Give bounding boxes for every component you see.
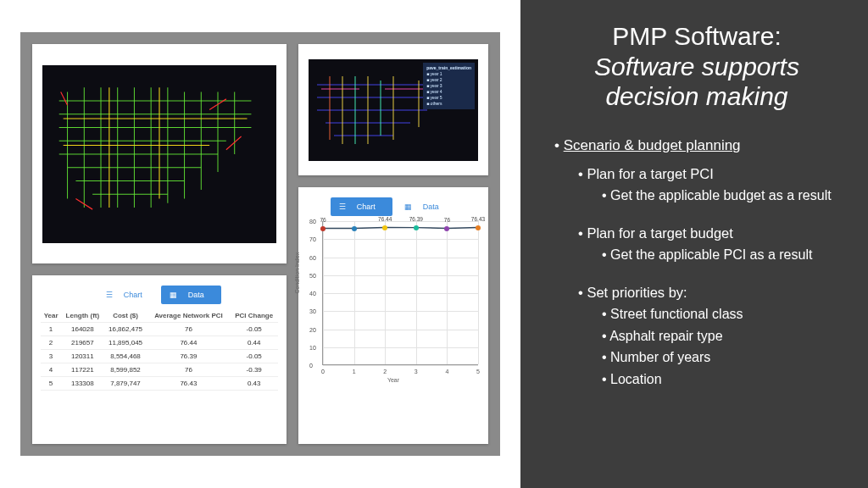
data-table-card: ☰ Chart ▦ Data YearLength (ft)Cost ($)Av…: [32, 275, 287, 444]
toggle-chart-button[interactable]: ☰ Chart: [97, 286, 159, 304]
left-collage-column: pave_train_estimation year 1 year 2 year…: [0, 0, 520, 488]
table-row: 41172218,599,85276-0.39: [41, 363, 278, 377]
legend-item: year 1: [426, 71, 471, 77]
network-map-scenario: pave_train_estimation year 1 year 2 year…: [298, 44, 488, 175]
table-row: 31203118,554,46876.39-0.05: [41, 350, 278, 363]
bullet-l3: Number of years: [602, 348, 839, 367]
slide-title-line1: PMP Software:: [554, 22, 839, 51]
bullet-l3: Street functional class: [602, 305, 839, 324]
toggle-data-button[interactable]: ▦ Data: [161, 286, 221, 304]
map-legend: pave_train_estimation year 1 year 2 year…: [423, 63, 475, 109]
collage-frame: pave_train_estimation year 1 year 2 year…: [20, 32, 500, 456]
col-header: Average Network PCI: [147, 309, 231, 323]
view-toggle: ☰ Chart ▦ Data: [41, 286, 278, 304]
y-axis-label: Condition Index: [294, 252, 300, 293]
legend-item: year 5: [426, 95, 471, 101]
toggle-data-button[interactable]: ▦ Data: [396, 197, 456, 216]
network-map-green: [32, 44, 287, 263]
map-canvas-2: pave_train_estimation year 1 year 2 year…: [309, 59, 478, 161]
x-axis-label: Year: [307, 377, 480, 383]
bullet-l3: Location: [602, 370, 839, 389]
bullet-l3: Asphalt repair type: [602, 327, 839, 346]
table-row: 221965711,895,04576.440.44: [41, 336, 278, 350]
bullets: Scenario & budget planning Plan for a ta…: [554, 136, 839, 388]
table-row: 116402816,862,47576-0.05: [41, 323, 278, 336]
map-canvas-1: [42, 65, 276, 243]
legend-item: year 3: [426, 83, 471, 89]
col-header: Cost ($): [104, 309, 147, 323]
table-row: 51333087,879,74776.430.43: [41, 377, 278, 391]
col-header: Length (ft): [61, 309, 103, 323]
col-header: PCI Change: [230, 309, 278, 323]
bullet-l1: Scenario & budget planning Plan for a ta…: [554, 136, 839, 388]
legend-title: pave_train_estimation: [426, 65, 471, 70]
text-panel: PMP Software: Software supports decision…: [520, 0, 868, 488]
bullet-l2: Plan for a target budget Get the applica…: [578, 224, 839, 264]
bullet-l3: Get the applicable budget as a result: [602, 186, 839, 205]
legend-item: year 2: [426, 77, 471, 83]
legend-item: others: [426, 101, 471, 107]
bullet-l2: Plan for a target PCI Get the applicable…: [578, 164, 839, 205]
line-chart-plot: 010203040506070800123457676.4476.397676.…: [322, 221, 478, 365]
slide-title-line2: Software supports decision making: [554, 53, 839, 111]
legend-item: year 4: [426, 89, 471, 95]
results-table: YearLength (ft)Cost ($)Average Network P…: [41, 309, 278, 391]
col-header: Year: [41, 309, 61, 323]
bullet-l3: Get the applicable PCI as a result: [602, 246, 839, 264]
street-network-svg: [42, 65, 276, 243]
view-toggle: ☰ Chart ▦ Data: [307, 197, 480, 216]
line-chart-card: ☰ Chart ▦ Data Condition Index 010203040…: [298, 187, 488, 444]
toggle-chart-button[interactable]: ☰ Chart: [331, 197, 392, 216]
bullet-l2: Set priorities by: Street functional cla…: [578, 283, 839, 389]
